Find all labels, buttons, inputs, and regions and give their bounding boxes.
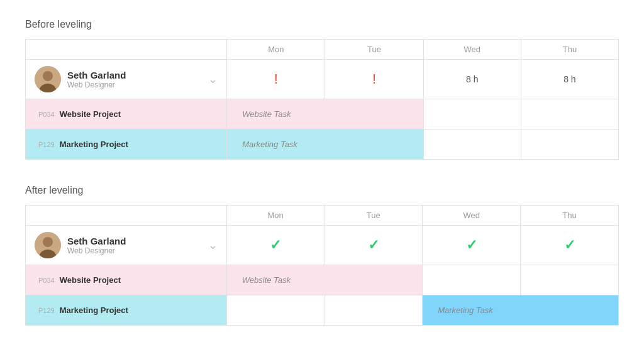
website-project-row-after: P034 Website Project Website Task — [26, 265, 619, 295]
header-thu-after: Thu — [521, 206, 619, 226]
person-name-before: Seth Garland — [67, 70, 202, 80]
thu-hours-before: 8 h — [521, 60, 618, 99]
wed-hours-value-before: 8 h — [466, 74, 478, 84]
person-info-after: Seth Garland Web Designer — [67, 236, 202, 255]
before-leveling-table: Mon Tue Wed Thu — [25, 39, 619, 160]
header-row-after: Mon Tue Wed Thu — [26, 206, 619, 226]
person-info-before: Seth Garland Web Designer — [67, 70, 202, 89]
marketing-project-label-after: P129 Marketing Project — [26, 295, 227, 326]
chevron-up-icon-before[interactable]: ⌄ — [208, 72, 218, 86]
header-tue-before: Tue — [325, 40, 423, 60]
chevron-up-icon-after[interactable]: ⌄ — [208, 238, 218, 252]
svg-point-4 — [43, 237, 53, 247]
marketing-project-row-before: P129 Marketing Project Marketing Task — [26, 129, 619, 160]
tue-alert-before: ! — [325, 60, 423, 99]
person-name-after: Seth Garland — [67, 236, 202, 246]
mon-ok-after: ✓ — [226, 226, 325, 265]
person-row-after: Seth Garland Web Designer ⌄ ✓ ✓ ✓ ✓ — [26, 226, 619, 265]
avatar-after — [35, 232, 61, 258]
website-project-id-after: P034 — [38, 277, 55, 284]
mon-alert-before: ! — [227, 60, 325, 99]
check-icon-wed-after: ✓ — [466, 237, 477, 253]
marketing-project-name-before: Marketing Project — [60, 140, 128, 149]
website-task-label-before: Website Task — [233, 103, 416, 125]
marketing-project-id-after: P129 — [38, 307, 55, 314]
person-row-before: Seth Garland Web Designer ⌄ ! ! 8 h 8 — [26, 60, 619, 99]
wed-ok-after: ✓ — [423, 226, 521, 265]
after-leveling-section: After leveling Mon Tue Wed Thu — [25, 185, 619, 326]
svg-point-1 — [43, 71, 53, 81]
header-mon-before: Mon — [227, 40, 325, 60]
after-leveling-table: Mon Tue Wed Thu — [25, 205, 619, 326]
before-leveling-section: Before leveling Mon Tue Wed Thu — [25, 19, 619, 160]
website-project-name-before: Website Project — [60, 109, 121, 119]
marketing-task-span-after: Marketing Task — [423, 295, 619, 326]
header-resource — [26, 40, 227, 60]
tue-ok-after: ✓ — [325, 226, 423, 265]
header-thu-before: Thu — [521, 40, 618, 60]
check-icon-thu-after: ✓ — [564, 237, 575, 253]
header-wed-before: Wed — [423, 40, 521, 60]
section-title-before: Before leveling — [25, 19, 619, 30]
website-project-row-before: P034 Website Project Website Task — [26, 99, 619, 129]
marketing-task-thu-before — [521, 129, 618, 160]
marketing-task-mon-after — [226, 295, 325, 326]
website-task-thu-before — [521, 99, 618, 129]
header-wed-after: Wed — [423, 206, 521, 226]
marketing-project-id-before: P129 — [38, 141, 55, 148]
website-project-label-after: P034 Website Project — [26, 265, 227, 295]
marketing-project-row-after: P129 Marketing Project Marketing Task — [26, 295, 619, 326]
website-task-span-after: Website Task — [226, 265, 422, 295]
person-cell-after: Seth Garland Web Designer ⌄ — [26, 226, 227, 265]
header-tue-after: Tue — [325, 206, 423, 226]
thu-ok-after: ✓ — [521, 226, 619, 265]
check-icon-tue-after: ✓ — [368, 237, 379, 253]
header-resource-after — [26, 206, 227, 226]
website-task-thu-after — [521, 265, 619, 295]
person-cell-before: Seth Garland Web Designer ⌄ — [26, 60, 227, 99]
avatar-before — [35, 66, 61, 92]
section-title-after: After leveling — [25, 185, 619, 196]
header-mon-after: Mon — [226, 206, 325, 226]
marketing-project-label-before: P129 Marketing Project — [26, 129, 227, 160]
website-task-wed-after — [423, 265, 521, 295]
website-task-span-before: Website Task — [227, 99, 423, 129]
marketing-project-name-after: Marketing Project — [60, 305, 128, 315]
website-project-name-after: Website Project — [60, 275, 121, 285]
website-task-label-after: Website Task — [233, 269, 416, 291]
marketing-task-span-before: Marketing Task — [227, 129, 423, 160]
person-role-after: Web Designer — [67, 246, 202, 255]
website-task-wed-before — [423, 99, 521, 129]
website-project-label-before: P034 Website Project — [26, 99, 227, 129]
alert-icon-tue-before: ! — [372, 71, 376, 87]
header-row: Mon Tue Wed Thu — [26, 40, 619, 60]
thu-hours-value-before: 8 h — [564, 74, 575, 84]
marketing-task-wed-before — [423, 129, 521, 160]
wed-hours-before: 8 h — [423, 60, 521, 99]
person-role-before: Web Designer — [67, 80, 202, 89]
marketing-task-label-before: Marketing Task — [233, 133, 416, 155]
marketing-task-tue-after — [325, 295, 423, 326]
alert-icon-mon-before: ! — [274, 71, 278, 87]
marketing-task-label-after: Marketing Task — [429, 299, 612, 321]
website-project-id-before: P034 — [38, 111, 55, 118]
check-icon-mon-after: ✓ — [270, 237, 281, 253]
